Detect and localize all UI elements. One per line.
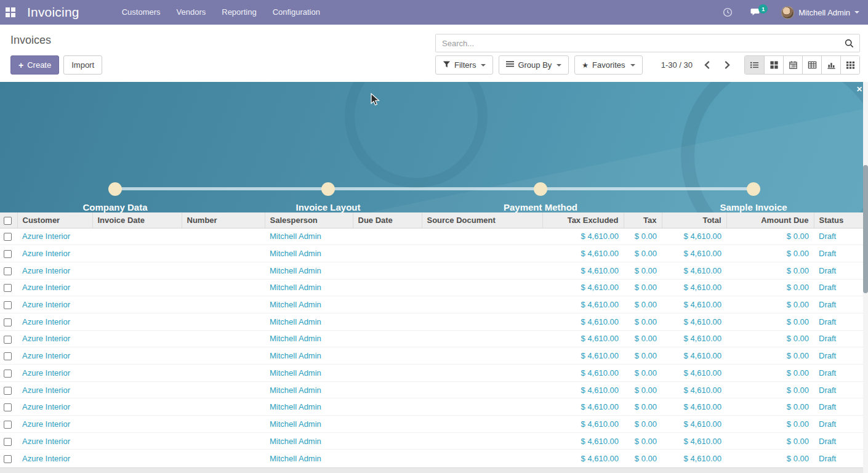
cell-due_date[interactable] <box>353 279 422 296</box>
cell-number[interactable] <box>182 381 265 398</box>
row-checkbox[interactable] <box>4 455 12 463</box>
table-row[interactable]: Azure InteriorMitchell Admin$ 4,610.00$ … <box>0 313 863 330</box>
cell-salesperson[interactable]: Mitchell Admin <box>265 296 353 313</box>
cell-tax_excluded[interactable]: $ 4,610.00 <box>542 347 624 365</box>
table-row[interactable]: Azure InteriorMitchell Admin$ 4,610.00$ … <box>0 296 863 313</box>
cell-source_document[interactable] <box>422 313 542 330</box>
cell-due_date[interactable] <box>353 347 422 365</box>
cell-salesperson[interactable]: Mitchell Admin <box>265 245 353 262</box>
cell-customer[interactable]: Azure Interior <box>17 228 92 245</box>
cell-tax[interactable]: $ 0.00 <box>624 416 662 433</box>
cell-total[interactable]: $ 4,610.00 <box>662 279 726 296</box>
cell-invoice_date[interactable] <box>92 279 182 296</box>
row-checkbox[interactable] <box>4 267 12 275</box>
cell-total[interactable]: $ 4,610.00 <box>662 245 726 262</box>
vertical-scrollbar-thumb[interactable] <box>863 165 868 293</box>
row-checkbox[interactable] <box>4 233 12 241</box>
user-menu[interactable]: Mitchell Admin <box>798 8 850 17</box>
cell-tax[interactable]: $ 0.00 <box>624 296 662 313</box>
cell-status[interactable]: Draft <box>814 381 863 398</box>
cell-salesperson[interactable]: Mitchell Admin <box>265 365 353 382</box>
cell-total[interactable]: $ 4,610.00 <box>662 381 726 398</box>
cell-status[interactable]: Draft <box>814 416 863 433</box>
cell-source_document[interactable] <box>422 365 542 382</box>
table-row[interactable]: Azure InteriorMitchell Admin$ 4,610.00$ … <box>0 228 863 245</box>
cell-customer[interactable]: Azure Interior <box>17 262 92 279</box>
column-header-amount-due[interactable]: Amount Due <box>726 212 814 228</box>
cell-status[interactable]: Draft <box>814 398 863 416</box>
cell-customer[interactable]: Azure Interior <box>17 296 92 313</box>
row-checkbox[interactable] <box>4 421 12 429</box>
row-checkbox[interactable] <box>4 318 12 326</box>
cell-due_date[interactable] <box>353 416 422 433</box>
menu-configuration[interactable]: Configuration <box>265 0 328 25</box>
cell-invoice_date[interactable] <box>92 347 182 365</box>
cell-tax[interactable]: $ 0.00 <box>624 347 662 365</box>
group-by-button[interactable]: Group By <box>499 55 569 75</box>
table-row[interactable]: Azure InteriorMitchell Admin$ 4,610.00$ … <box>0 330 863 347</box>
filters-button[interactable]: Filters <box>435 55 493 75</box>
table-row[interactable]: Azure InteriorMitchell Admin$ 4,610.00$ … <box>0 432 863 450</box>
cell-amount_due[interactable]: $ 0.00 <box>726 416 814 433</box>
cell-number[interactable] <box>182 432 265 450</box>
cell-number[interactable] <box>182 450 265 467</box>
cell-customer[interactable]: Azure Interior <box>17 381 92 398</box>
cell-invoice_date[interactable] <box>92 450 182 467</box>
cell-source_document[interactable] <box>422 228 542 245</box>
app-brand-title[interactable]: Invoicing <box>27 5 79 20</box>
cell-tax[interactable]: $ 0.00 <box>624 450 662 467</box>
cell-status[interactable]: Draft <box>814 432 863 450</box>
messages-chat-icon[interactable]: 1 <box>747 0 765 25</box>
cell-tax[interactable]: $ 0.00 <box>624 381 662 398</box>
cell-source_document[interactable] <box>422 416 542 433</box>
cell-invoice_date[interactable] <box>92 381 182 398</box>
table-row[interactable]: Azure InteriorMitchell Admin$ 4,610.00$ … <box>0 245 863 262</box>
cell-invoice_date[interactable] <box>92 416 182 433</box>
pager-next-button[interactable] <box>721 59 733 71</box>
cell-number[interactable] <box>182 398 265 416</box>
cell-number[interactable] <box>182 279 265 296</box>
column-header-invoice-date[interactable]: Invoice Date <box>92 212 182 228</box>
vertical-scrollbar-track[interactable] <box>863 82 868 473</box>
cell-customer[interactable]: Azure Interior <box>17 450 92 467</box>
cell-due_date[interactable] <box>353 330 422 347</box>
cell-status[interactable]: Draft <box>814 279 863 296</box>
graph-view-button[interactable] <box>821 56 840 74</box>
cell-tax_excluded[interactable]: $ 4,610.00 <box>542 245 624 262</box>
cell-tax[interactable]: $ 0.00 <box>624 398 662 416</box>
favorites-button[interactable]: ★Favorites <box>574 55 642 75</box>
column-header-source-document[interactable]: Source Document <box>422 212 542 228</box>
cell-invoice_date[interactable] <box>92 330 182 347</box>
cell-amount_due[interactable]: $ 0.00 <box>726 296 814 313</box>
cell-status[interactable]: Draft <box>814 296 863 313</box>
cell-source_document[interactable] <box>422 262 542 279</box>
import-button[interactable]: Import <box>63 55 102 75</box>
cell-total[interactable]: $ 4,610.00 <box>662 313 726 330</box>
cell-salesperson[interactable]: Mitchell Admin <box>265 279 353 296</box>
cell-tax_excluded[interactable]: $ 4,610.00 <box>542 365 624 382</box>
cell-customer[interactable]: Azure Interior <box>17 245 92 262</box>
table-row[interactable]: Azure InteriorMitchell Admin$ 4,610.00$ … <box>0 347 863 365</box>
list-view-button[interactable] <box>745 56 764 74</box>
row-checkbox[interactable] <box>4 438 12 446</box>
cell-status[interactable]: Draft <box>814 365 863 382</box>
table-row[interactable]: Azure InteriorMitchell Admin$ 4,610.00$ … <box>0 450 863 467</box>
cell-source_document[interactable] <box>422 279 542 296</box>
cell-tax[interactable]: $ 0.00 <box>624 262 662 279</box>
table-row[interactable]: Azure InteriorMitchell Admin$ 4,610.00$ … <box>0 398 863 416</box>
cell-total[interactable]: $ 4,610.00 <box>662 262 726 279</box>
cell-status[interactable]: Draft <box>814 313 863 330</box>
cell-tax_excluded[interactable]: $ 4,610.00 <box>542 296 624 313</box>
menu-vendors[interactable]: Vendors <box>169 0 214 25</box>
cell-amount_due[interactable]: $ 0.00 <box>726 381 814 398</box>
cell-amount_due[interactable]: $ 0.00 <box>726 398 814 416</box>
cell-amount_due[interactable]: $ 0.00 <box>726 313 814 330</box>
cell-tax_excluded[interactable]: $ 4,610.00 <box>542 330 624 347</box>
cell-amount_due[interactable]: $ 0.00 <box>726 365 814 382</box>
cell-tax[interactable]: $ 0.00 <box>624 365 662 382</box>
activity-view-button[interactable] <box>840 56 859 74</box>
cell-number[interactable] <box>182 228 265 245</box>
calendar-view-button[interactable] <box>783 56 802 74</box>
menu-reporting[interactable]: Reporting <box>214 0 264 25</box>
cell-due_date[interactable] <box>353 398 422 416</box>
